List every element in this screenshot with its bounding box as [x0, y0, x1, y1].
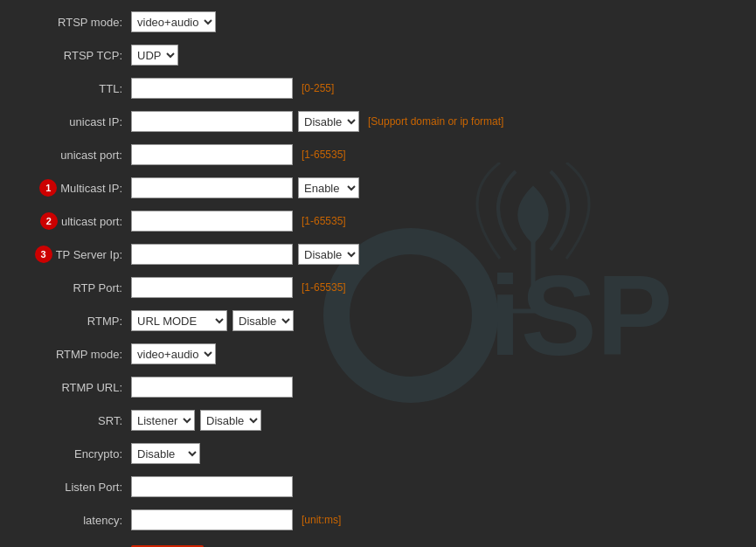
rtmp-label: RTMP: [17, 315, 131, 328]
crypto-row: Encrypto: Disable AES-128 AES-192 AES-25… [17, 440, 739, 467]
srt-row: SRT: Listener Caller Disable Enable [17, 407, 739, 433]
unicast-ip-hint: [Support domain or ip format] [368, 115, 503, 128]
rtmp-select1[interactable]: URL MODE STREAM KEY [131, 310, 227, 331]
crypto-select[interactable]: Disable AES-128 AES-192 AES-256 [131, 443, 200, 464]
unicast-port-input[interactable]: 1234 [131, 144, 293, 165]
crypto-label: Encrypto: [17, 447, 131, 460]
srt-label: SRT: [17, 414, 131, 427]
rtmp-row: RTMP: URL MODE STREAM KEY Disable Enable [17, 308, 739, 334]
unicast-ip-label: unicast IP: [17, 115, 131, 128]
rtsp-tcp-label: RTSP TCP: [17, 49, 131, 62]
unicast-port-row: unicast port: 1234 [1-65535] [17, 142, 739, 168]
srt-select2[interactable]: Disable Enable [200, 410, 261, 431]
rtmp-select2[interactable]: Disable Enable [232, 310, 294, 331]
rtsp-mode-row: RTSP mode: video+audio video only audio … [17, 9, 739, 35]
rtp-port-input[interactable]: 6666 [131, 277, 293, 298]
rtmp-url-row: RTMP URL: rtmp:// [17, 374, 739, 400]
ttl-input[interactable]: 16 [131, 78, 293, 99]
rtmp-mode-row: RTMP mode: video+audio video only audio … [17, 341, 739, 367]
ttl-label: TTL: [17, 82, 131, 95]
latency-row: latency: [unit:ms] [17, 507, 739, 533]
rtmp-url-input[interactable]: rtmp:// [131, 377, 293, 398]
rtp-server-ip-label: TP Server Ip: [56, 248, 122, 261]
rtp-server-ip-row: 3 TP Server Ip: 192.168.1.123 Disable En… [17, 241, 739, 267]
rtmp-url-label: RTMP URL: [17, 381, 131, 394]
multicast-port-input[interactable]: 10001 [131, 211, 293, 232]
rtp-server-ip-input[interactable]: 192.168.1.123 [131, 244, 293, 265]
multicast-port-row: 2 ulticast port: 10001 [1-65535] [17, 208, 739, 234]
multicast-ip-label-group: 1 Multicast IP: [17, 179, 131, 197]
listen-port-input[interactable] [131, 476, 293, 497]
multicast-port-badge: 2 [40, 212, 58, 230]
srt-select1[interactable]: Listener Caller [131, 410, 195, 431]
multicast-ip-label: Multicast IP: [60, 182, 122, 195]
listen-port-row: Listen Port: [17, 474, 739, 500]
rtp-server-ip-select[interactable]: Disable Enable [298, 244, 359, 265]
rtsp-tcp-select[interactable]: UDP TCP [131, 45, 178, 66]
rtsp-mode-label: RTSP mode: [17, 16, 131, 29]
unicast-ip-row: unicast IP: 192.168.1.200 Disable Enable… [17, 108, 739, 135]
ttl-hint: [0-255] [302, 82, 334, 94]
unicast-ip-select[interactable]: Disable Enable [298, 111, 359, 132]
rtsp-mode-select[interactable]: video+audio video only audio only [131, 11, 216, 32]
rtp-server-ip-badge: 3 [35, 246, 52, 263]
unicast-ip-input[interactable]: 192.168.1.200 [131, 111, 293, 132]
rtp-port-row: RTP Port: 6666 [1-65535] [17, 274, 739, 301]
multicast-ip-input[interactable]: 224.120.120.6 [131, 177, 293, 198]
multicast-port-label-group: 2 ulticast port: [17, 212, 131, 230]
latency-hint: [unit:ms] [302, 514, 341, 526]
latency-label: latency: [17, 514, 131, 527]
rtp-port-label: RTP Port: [17, 281, 131, 294]
unicast-port-hint: [1-65535] [302, 149, 346, 161]
rtmp-mode-select[interactable]: video+audio video only audio only [131, 343, 216, 364]
rtp-server-ip-label-group: 3 TP Server Ip: [17, 246, 131, 263]
rtp-port-hint: [1-65535] [302, 281, 346, 294]
multicast-ip-row: 1 Multicast IP: 224.120.120.6 Enable Dis… [17, 175, 739, 201]
multicast-port-label: ulticast port: [61, 215, 122, 228]
unicast-port-label: unicast port: [17, 149, 131, 162]
rtsp-tcp-row: RTSP TCP: UDP TCP [17, 42, 739, 68]
multicast-ip-select[interactable]: Enable Disable [298, 177, 359, 198]
multicast-port-hint: [1-65535] [302, 215, 346, 227]
ttl-row: TTL: 16 [0-255] [17, 75, 739, 101]
listen-port-label: Listen Port: [17, 481, 131, 494]
rtmp-mode-label: RTMP mode: [17, 348, 131, 361]
multicast-ip-badge: 1 [39, 179, 57, 197]
latency-input[interactable] [131, 509, 293, 530]
